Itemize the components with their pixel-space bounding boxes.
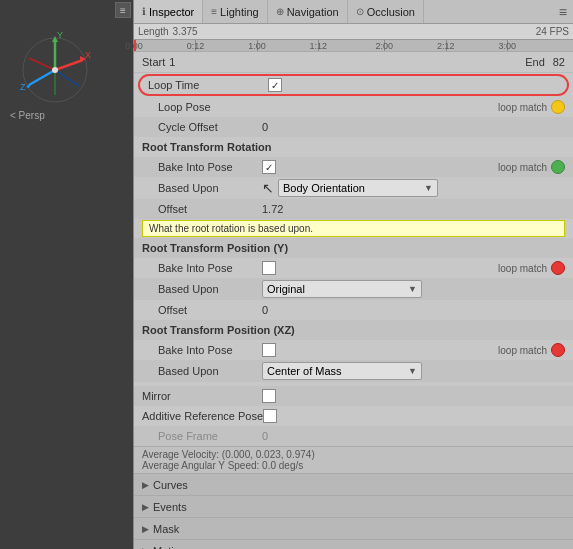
based-upon-rotation-dropdown[interactable]: Body Orientation ▼ [278,179,438,197]
based-upon-xz-dropdown[interactable]: Center of Mass ▼ [262,362,422,380]
root-rotation-header-row: Root Transform Rotation [134,137,573,157]
motion-arrow: ▶ [142,546,149,550]
tab-lighting-label: Lighting [220,6,259,18]
bake-pose-rotation-checkbox[interactable]: ✓ [262,160,276,174]
tab-occlusion[interactable]: ⊙ Occlusion [348,0,424,23]
start-end-row: Start 1 End 82 [134,52,573,73]
offset-y-label: Offset [142,304,262,316]
end-value: 82 [553,56,565,68]
loop-pose-status-dot [551,100,565,114]
velocity-info: Average Velocity: (0.000, 0.023, 0.974) … [134,446,573,473]
tab-lighting[interactable]: ≡ Lighting [203,0,267,23]
velocity-line2: Average Angular Y Speed: 0.0 deg/s [142,460,565,471]
svg-line-7 [29,58,55,70]
root-position-y-header-row: Root Transform Position (Y) [134,238,573,258]
occlusion-icon: ⊙ [356,6,364,17]
bake-pose-y-status-dot [551,261,565,275]
loop-match-label-1: loop match [498,102,547,113]
length-label: Length [138,26,169,37]
inspector-icon: ℹ [142,6,146,17]
based-upon-y-row: Based Upon Original ▼ [134,278,573,300]
end-label: End [525,56,545,68]
loop-time-checkbox[interactable]: ✓ [268,78,282,92]
tab-navigation-label: Navigation [287,6,339,18]
loop-match-label-4: loop match [498,345,547,356]
scene-gizmo: Y X Z [15,30,95,110]
mask-arrow: ▶ [142,524,149,534]
timeline-ruler: Length 3.375 24 FPS 0:00 0:12 1:00 1:12 … [134,24,573,52]
based-upon-y-value: Original [267,283,305,295]
tab-bar: ℹ Inspector ≡ Lighting ⊕ Navigation ⊙ Oc… [134,0,573,24]
loop-time-row: Loop Time ✓ [138,74,569,96]
dropdown-arrow-rotation: ▼ [424,183,433,193]
length-value: 3.375 [173,26,198,37]
loop-time-label: Loop Time [148,79,268,91]
additive-ref-pose-checkbox[interactable] [263,409,277,423]
pose-frame-value: 0 [262,430,268,442]
pose-frame-row: Pose Frame 0 [134,426,573,446]
dropdown-arrow-xz: ▼ [408,366,417,376]
svg-line-5 [29,70,55,85]
curves-label: Curves [153,479,188,491]
based-upon-y-label: Based Upon [142,283,262,295]
root-position-y-header: Root Transform Position (Y) [142,242,288,254]
events-section[interactable]: ▶ Events [134,495,573,517]
svg-text:X: X [85,50,91,60]
curves-section[interactable]: ▶ Curves [134,473,573,495]
bake-pose-y-checkbox[interactable] [262,261,276,275]
timeline-ticks[interactable]: 0:00 0:12 1:00 1:12 2:00 2:12 3:00 [134,39,573,51]
tab-occlusion-label: Occlusion [367,6,415,18]
cursor-indicator: ↖ [262,180,274,196]
bake-pose-xz-label: Bake Into Pose [142,344,262,356]
inspector-panel: ℹ Inspector ≡ Lighting ⊕ Navigation ⊙ Oc… [133,0,573,549]
svg-point-10 [52,67,58,73]
based-upon-xz-value: Center of Mass [267,365,342,377]
bake-pose-rotation-status-dot [551,160,565,174]
root-position-xz-header: Root Transform Position (XZ) [142,324,295,336]
additive-ref-pose-label: Additive Reference Pose [142,410,263,422]
additive-ref-pose-row: Additive Reference Pose [134,406,573,426]
fps-label: 24 FPS [536,26,569,37]
bake-pose-rotation-label: Bake Into Pose [142,161,262,173]
offset-rotation-value: 1.72 [262,203,283,215]
cycle-offset-label: Cycle Offset [142,121,262,133]
mirror-checkbox[interactable] [262,389,276,403]
based-upon-rotation-row: Based Upon ↖ Body Orientation ▼ [134,177,573,199]
offset-rotation-row: Offset 1.72 [134,199,573,219]
tab-inspector-label: Inspector [149,6,194,18]
based-upon-xz-label: Based Upon [142,365,262,377]
viewport-menu-button[interactable]: ≡ [115,2,131,18]
tooltip-box: What the root rotation is based upon. [142,220,565,237]
loop-match-label-2: loop match [498,162,547,173]
based-upon-y-dropdown[interactable]: Original ▼ [262,280,422,298]
root-rotation-header: Root Transform Rotation [142,141,272,153]
svg-line-3 [55,60,83,70]
start-value: 1 [169,56,175,68]
inspector-content: Start 1 End 82 Loop Time ✓ Loop Pose loo… [134,52,573,549]
svg-text:Y: Y [57,30,63,40]
cycle-offset-row: Cycle Offset 0 [134,117,573,137]
cycle-offset-value: 0 [262,121,268,133]
based-upon-rotation-value: Body Orientation [283,182,365,194]
based-upon-rotation-label: Based Upon [142,182,262,194]
timeline-playhead[interactable] [134,40,136,51]
bake-pose-xz-row: Bake Into Pose loop match [134,340,573,360]
bake-pose-xz-status-dot [551,343,565,357]
motion-section[interactable]: ▶ Motion [134,539,573,549]
lighting-icon: ≡ [211,6,217,17]
based-upon-xz-row: Based Upon Center of Mass ▼ [134,360,573,382]
loop-pose-label: Loop Pose [142,101,262,113]
velocity-line1: Average Velocity: (0.000, 0.023, 0.974) [142,449,565,460]
tab-inspector[interactable]: ℹ Inspector [134,0,203,23]
bake-pose-y-row: Bake Into Pose loop match [134,258,573,278]
mask-section[interactable]: ▶ Mask [134,517,573,539]
mirror-row: Mirror [134,386,573,406]
bake-pose-rotation-row: Bake Into Pose ✓ loop match [134,157,573,177]
offset-rotation-label: Offset [142,203,262,215]
mask-label: Mask [153,523,179,535]
offset-y-row: Offset 0 [134,300,573,320]
motion-label: Motion [153,545,186,550]
bake-pose-xz-checkbox[interactable] [262,343,276,357]
panel-menu-button[interactable]: ≡ [553,0,573,23]
tab-navigation[interactable]: ⊕ Navigation [268,0,348,23]
